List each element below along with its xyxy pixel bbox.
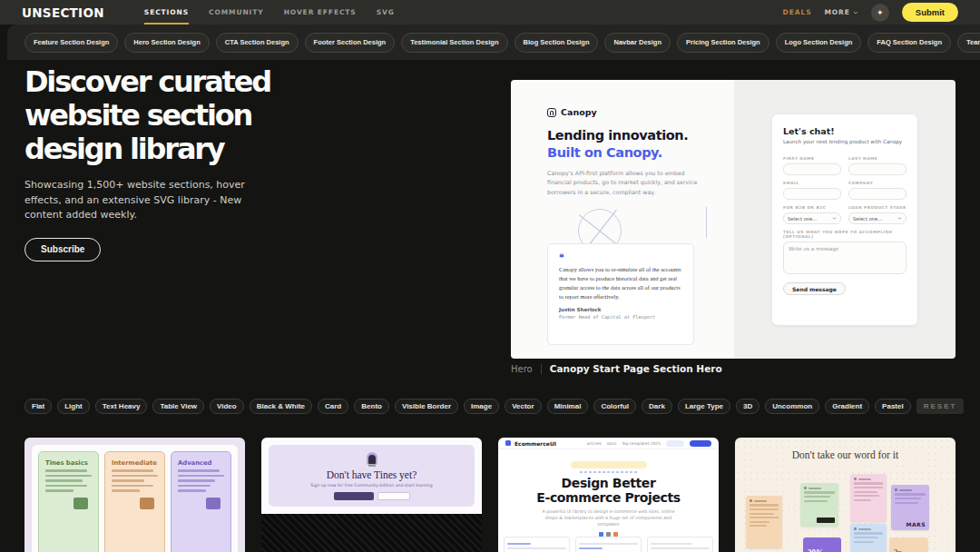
filter-video[interactable]: Video: [210, 399, 244, 414]
canopy-logo-icon: [547, 108, 556, 117]
filter-gradient[interactable]: Gradient: [825, 399, 869, 414]
category-pricing[interactable]: Pricing Section Design: [677, 33, 769, 53]
cta-panel: Don't have Tines yet? Sign up now for fr…: [269, 445, 475, 507]
filter-colorful[interactable]: Colorful: [593, 399, 636, 414]
mini-link: Top templates 2025: [622, 441, 661, 446]
sparkle-icon-button[interactable]: ✦: [871, 4, 889, 22]
testimonial-card: ❝ Canopy allows you to re-simulate all o…: [547, 243, 694, 345]
filter-light[interactable]: Light: [57, 399, 90, 414]
filter-minimal[interactable]: Minimal: [547, 399, 589, 414]
grid-card-ecommerce-ui[interactable]: EcommerceUI Articles Docs Top templates …: [498, 438, 719, 552]
filter-vector[interactable]: Vector: [505, 399, 541, 414]
category-cta[interactable]: CTA Section Design: [216, 33, 299, 53]
category-logo[interactable]: Logo Section Design: [776, 33, 862, 53]
category-feature[interactable]: Feature Section Design: [24, 33, 118, 53]
cta-heading: Don't have Tines yet?: [327, 469, 417, 480]
chevron-down-icon: [853, 10, 858, 15]
sticky-note-green: [800, 483, 838, 527]
featured-title-link[interactable]: Canopy Start Page Section Hero: [550, 363, 722, 374]
nav-more[interactable]: MORE: [824, 8, 858, 16]
filter-card[interactable]: Card: [318, 399, 348, 414]
filter-pastel[interactable]: Pastel: [875, 399, 911, 414]
stat-card-30-percent: 30%: [803, 537, 841, 552]
heading-line-2: E-commerce Projects: [498, 490, 719, 505]
ecommerce-heading: Design Better E-commerce Projects: [498, 476, 719, 505]
filter-flat[interactable]: Flat: [24, 399, 52, 414]
filter-black-white[interactable]: Black & White: [250, 399, 312, 414]
submit-button[interactable]: Submit: [902, 3, 958, 22]
mars-logo: MARS: [906, 521, 926, 527]
quote-author: Justin Sherlock: [559, 307, 682, 312]
category-navbar[interactable]: Navbar Design: [604, 33, 671, 53]
filter-bento[interactable]: Bento: [354, 399, 389, 414]
sticky-note-blue: [850, 524, 887, 552]
subscribe-button[interactable]: Subscribe: [24, 238, 101, 261]
message-field: Write us a message: [783, 242, 906, 274]
quote-role: Former Head of Capital at Flexport: [559, 314, 682, 320]
category-footer[interactable]: Footer Section Design: [305, 33, 396, 53]
nav-svg[interactable]: SVG: [377, 0, 395, 25]
company-field: [848, 188, 906, 200]
category-hero[interactable]: Hero Section Design: [124, 33, 209, 53]
filter-visible-border[interactable]: Visible Border: [395, 399, 458, 414]
title-line-2: website section: [24, 99, 333, 133]
learning-col-intermediate: Intermediate Start learning → ◷ 45 min: [104, 451, 165, 552]
grid-card-tines-learning[interactable]: Tines basics Start learning → ◷ 30 min I…: [24, 438, 245, 552]
grid-card-testimonial-wall[interactable]: Don't take our word for it MARS: [735, 438, 956, 552]
title-line-3: design library: [24, 133, 333, 166]
category-faq[interactable]: FAQ Section Design: [867, 33, 951, 53]
form-fields: FIRST NAME LAST NAME EMAIL COMPANY: [783, 151, 906, 274]
featured-category-link[interactable]: Hero: [511, 364, 533, 374]
nav-community[interactable]: COMMUNITY: [209, 0, 264, 25]
nav-sections[interactable]: SECTIONS: [144, 0, 189, 25]
sparkle-icon: ✦: [877, 8, 884, 17]
brand-logo-icon: [505, 440, 511, 446]
title-line-1: Discover curated: [24, 65, 333, 99]
filter-3d[interactable]: 3D: [736, 399, 760, 414]
canopy-headline-blue: Built on Canopy.: [547, 144, 688, 162]
preview-panel: [575, 537, 642, 552]
mini-nav-links: Articles Docs Top templates 2025: [587, 440, 711, 447]
illustration: [74, 498, 88, 509]
email-label: EMAIL: [783, 181, 841, 185]
filter-image[interactable]: Image: [464, 399, 499, 414]
reset-filters-button[interactable]: RESET: [916, 399, 965, 414]
b2b-label: FOR B2B OR B2C: [783, 205, 841, 210]
filter-text-heavy[interactable]: Text Heavy: [95, 399, 148, 414]
col-title: Tines basics: [45, 459, 92, 467]
canopy-logo: Canopy: [547, 107, 597, 117]
secondary-button: [377, 492, 410, 500]
company-label: COMPANY: [848, 181, 906, 185]
nav-deals[interactable]: DEALS: [783, 8, 812, 16]
tool-icons: [498, 532, 719, 537]
loan-stage-label: LOAN PRODUCT STAGE: [848, 205, 906, 210]
form-subtitle: Launch your next lending product with Ca…: [783, 139, 906, 144]
b2b-select-value: Select one...: [788, 216, 817, 222]
category-blog[interactable]: Blog Section Design: [514, 33, 599, 53]
top-nav: UNSECTION SECTIONS COMMUNITY HOVER EFFEC…: [0, 0, 980, 25]
stat-value: 2x: [894, 547, 902, 552]
filter-uncommon[interactable]: Uncommon: [765, 399, 819, 414]
cta-subtext: Sign up now for free Community Edition a…: [310, 483, 432, 488]
company-logo-badge: [817, 518, 835, 523]
illustration: [206, 498, 220, 509]
first-name-label: FIRST NAME: [783, 156, 841, 161]
preview-panel: [504, 537, 570, 552]
category-testimonial[interactable]: Testimonial Section Design: [401, 33, 507, 53]
featured-section-thumbnail[interactable]: Canopy Lending innovation. Built on Cano…: [511, 80, 956, 359]
filter-large-type[interactable]: Large Type: [678, 399, 730, 414]
sticky-note-pink: [850, 474, 887, 522]
category-team[interactable]: Team Section Design: [957, 33, 980, 53]
sticky-note-purple: MARS: [891, 485, 929, 530]
figma-icon: [606, 532, 611, 537]
quote-text: Canopy allows you to re-simulate all of …: [559, 265, 682, 301]
mini-link: Docs: [607, 441, 617, 446]
nav-hover-effects[interactable]: HOVER EFFECTS: [284, 0, 357, 25]
site-logo[interactable]: UNSECTION: [22, 5, 104, 20]
filter-dark[interactable]: Dark: [642, 399, 672, 414]
grid-card-tines-cta[interactable]: Don't have Tines yet? Sign up now for fr…: [261, 438, 482, 552]
loan-stage-select: Select one...: [848, 212, 906, 224]
form-title: Let's chat!: [783, 126, 906, 136]
filter-table-view[interactable]: Table View: [152, 399, 204, 414]
col-title: Intermediate: [112, 459, 158, 467]
